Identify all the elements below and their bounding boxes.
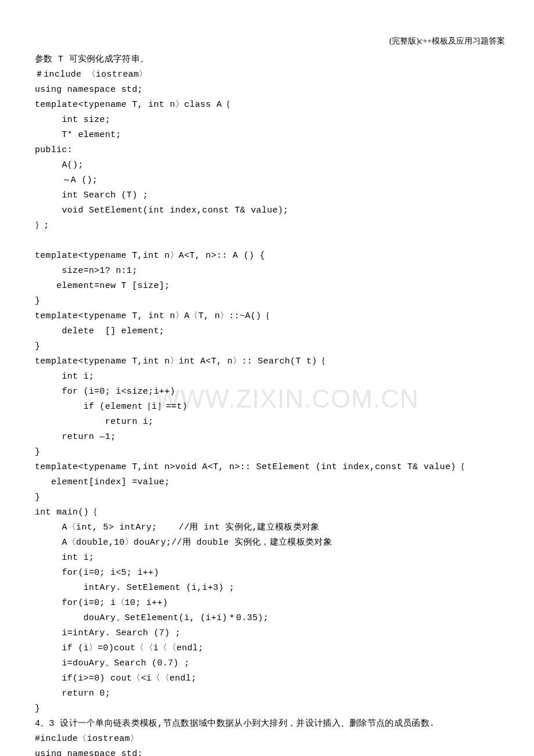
code-line: return 0; — [35, 689, 110, 699]
code-line: for(i=0; i〈10; i++) — [35, 598, 168, 608]
code-line: return —1; — [35, 432, 116, 442]
code-line: i=douAry。Search (0.7) ; — [35, 658, 189, 668]
code-line: } — [35, 296, 40, 306]
code-line: T* element; — [35, 130, 121, 140]
code-line: ～A (); — [35, 175, 98, 185]
code-line: 参数 T 可实例化成字符串。 — [35, 55, 149, 64]
code-line: using namespace std; — [35, 85, 143, 95]
code-line: i=intAry. Search (7) ; — [35, 628, 181, 638]
code-line: template<typename T, int n〉class A｛ — [35, 100, 231, 110]
code-line: douAry。SetElement(i, (i+i)＊0.35); — [35, 613, 269, 623]
code-line: ＃include 〈iostream〉 — [35, 70, 148, 80]
code-line: A〈int, 5> intAry; //用 int 实例化,建立模板类对象 — [35, 523, 320, 532]
code-line: int i; — [35, 553, 94, 563]
code-line: 4。3 设计一个单向链表类模板,节点数据域中数据从小到大排列，并设计插入、删除节… — [35, 719, 435, 729]
code-line: int Search (T) ; — [35, 190, 148, 200]
code-line: delete [] element; — [35, 326, 164, 336]
code-line: for (i=0; i<size;i++) — [35, 387, 175, 397]
code-line: template<typename T,int n〉int A<T, n〉:: … — [35, 357, 326, 366]
page-header-title: (完整版)c++模板及应用习题答案 — [389, 36, 505, 46]
code-line: int main()｛ — [35, 507, 98, 517]
code-line: for(i=0; i<5; i++) — [35, 568, 159, 578]
code-line: } — [35, 447, 40, 457]
code-line: int i; — [35, 372, 94, 381]
code-line: template<typename T, int n〉A〈T, n〉::~A()… — [35, 311, 270, 321]
code-line: } — [35, 341, 40, 351]
code-line: A(); — [35, 160, 84, 170]
code-line: size=n>1? n:1; — [35, 266, 138, 276]
code-line: if(i>=0) cout〈<i〈〈endl; — [35, 674, 196, 683]
code-line: if (i〉=0)cout〈〈i〈〈endl; — [35, 643, 203, 653]
code-line: element[index] =value; — [35, 477, 170, 487]
code-line: public: — [35, 145, 73, 155]
code-line: template<typename T,int n>void A<T, n>::… — [35, 462, 465, 472]
code-line: } — [35, 704, 40, 714]
code-line: template<typename T,int n〉A<T, n>:: A ()… — [35, 251, 265, 261]
code-line: ｝; — [35, 221, 49, 231]
code-line: #include〈iostream〉 — [35, 734, 139, 744]
code-block: 参数 T 可实例化成字符串。 ＃include 〈iostream〉 using… — [35, 52, 505, 756]
code-line: using namespace std; — [35, 749, 143, 756]
code-line: element=new T [size]; — [35, 281, 170, 291]
code-line: A〈double,10〉douAry;//用 double 实例化，建立模板类对… — [35, 538, 332, 548]
code-line: void SetElement(int index,const T& value… — [35, 206, 288, 215]
code-line: } — [35, 492, 40, 502]
code-line: if (element［i］==t) — [35, 402, 187, 412]
code-line: intAry. SetElement (i,i+3) ; — [35, 583, 234, 593]
code-line: return i; — [35, 417, 154, 427]
code-line: int size; — [35, 115, 110, 125]
